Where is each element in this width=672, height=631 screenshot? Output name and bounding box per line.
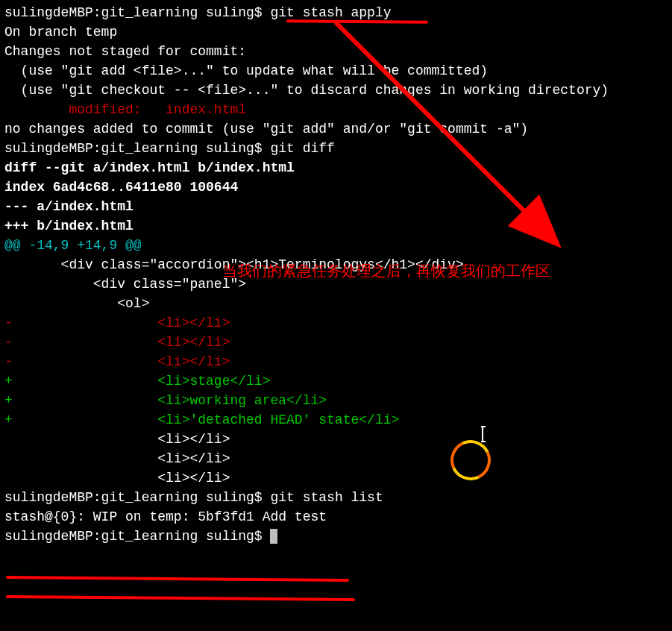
terminal-line: Changes not staged for commit: bbox=[4, 42, 668, 61]
command-text: git diff bbox=[270, 141, 334, 156]
terminal-line: no changes added to commit (use "git add… bbox=[4, 119, 668, 139]
diff-context-line: <li></li> bbox=[4, 449, 668, 468]
terminal-window[interactable]: sulingdeMBP:git_learning suling$ git sta… bbox=[0, 0, 672, 631]
diff-context-line: <div class="panel"> bbox=[4, 274, 668, 294]
cursor-block-icon bbox=[270, 529, 277, 544]
diff-added-line: + <li>stage</li> bbox=[4, 371, 668, 391]
annotation-underline-icon bbox=[6, 576, 349, 582]
diff-hunk-header: @@ -14,9 +14,9 @@ bbox=[4, 236, 668, 255]
diff-removed-line: - <li></li> bbox=[4, 333, 668, 352]
diff-context-line: <ol> bbox=[4, 294, 668, 313]
command-text: git stash apply bbox=[270, 5, 391, 20]
terminal-line: sulingdeMBP:git_learning suling$ bbox=[4, 527, 668, 546]
diff-header-line: diff --git a/index.html b/index.html bbox=[4, 158, 668, 178]
diff-file-b-line: +++ b/index.html bbox=[4, 216, 668, 236]
diff-index-line: index 6ad4c68..6411e80 100644 bbox=[4, 178, 668, 197]
diff-context-line: <div class="accordion"><h1>Terminologys<… bbox=[4, 255, 668, 274]
shell-prompt: sulingdeMBP:git_learning suling$ bbox=[4, 529, 270, 544]
diff-removed-line: - <li></li> bbox=[4, 352, 668, 371]
diff-context-line: <li></li> bbox=[4, 468, 668, 488]
stash-entry-line: stash@{0}: WIP on temp: 5bf3fd1 Add test bbox=[4, 507, 668, 527]
shell-prompt: sulingdeMBP:git_learning suling$ bbox=[4, 5, 270, 20]
shell-prompt: sulingdeMBP:git_learning suling$ bbox=[4, 490, 270, 505]
diff-removed-line: - <li></li> bbox=[4, 313, 668, 333]
diff-context-line: <li></li> bbox=[4, 430, 668, 449]
terminal-line: sulingdeMBP:git_learning suling$ git dif… bbox=[4, 139, 668, 158]
shell-prompt: sulingdeMBP:git_learning suling$ bbox=[4, 141, 270, 156]
annotation-underline-icon bbox=[6, 595, 355, 601]
diff-added-line: + <li>'detached HEAD' state</li> bbox=[4, 410, 668, 430]
diff-added-line: + <li>working area</li> bbox=[4, 391, 668, 410]
terminal-line: sulingdeMBP:git_learning suling$ git sta… bbox=[4, 488, 668, 507]
terminal-line: (use "git checkout -- <file>..." to disc… bbox=[4, 81, 668, 100]
terminal-line: (use "git add <file>..." to update what … bbox=[4, 61, 668, 81]
modified-file-line: modified: index.html bbox=[4, 100, 668, 119]
terminal-line: sulingdeMBP:git_learning suling$ git sta… bbox=[4, 3, 668, 22]
terminal-line: On branch temp bbox=[4, 22, 668, 42]
command-text: git stash list bbox=[270, 490, 383, 505]
diff-file-a-line: --- a/index.html bbox=[4, 197, 668, 216]
